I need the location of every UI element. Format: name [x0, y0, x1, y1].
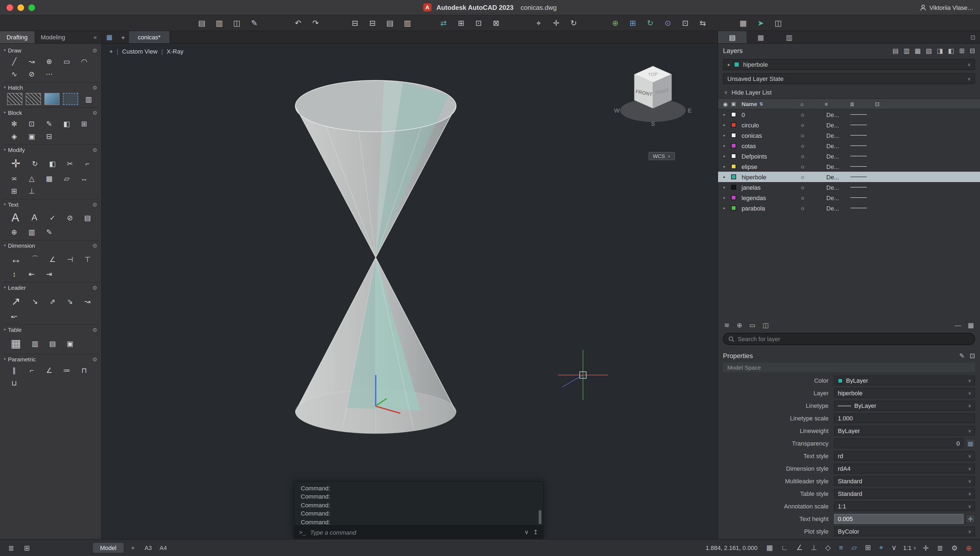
command-scrollbar[interactable] [539, 510, 542, 524]
toolbar-icon[interactable]: ▥ [213, 18, 225, 28]
properties-header-icon[interactable]: ⊡ [970, 352, 975, 359]
property-value-control[interactable]: ByLayer ∨ [834, 401, 975, 411]
statusbar-toggle-icon[interactable]: ⌖ [878, 543, 885, 552]
viewcube-west[interactable]: W [614, 107, 620, 114]
gear-icon[interactable]: ⚙ [92, 147, 97, 153]
toolbar-icon[interactable]: ▤ [384, 18, 396, 28]
drawing-tab[interactable]: conicas* [129, 31, 170, 43]
statusbar-right-icon[interactable]: ⚙ [950, 544, 959, 552]
gear-icon[interactable]: ⚙ [92, 202, 97, 207]
layer-on-icon[interactable]: ● [723, 144, 731, 148]
tool-icon[interactable]: ⊣ [63, 254, 77, 265]
layer-color-swatch[interactable] [731, 143, 736, 148]
property-value-control[interactable]: ByLayer ∨ [834, 376, 975, 385]
current-layer-dropdown[interactable]: ● hiperbole ∨ [723, 59, 975, 70]
statusbar-toggle-icon[interactable]: ⊥ [809, 543, 819, 552]
statusbar-icon[interactable]: ≣ [6, 544, 16, 552]
viewcube-south[interactable]: S [651, 120, 655, 127]
name-column-header[interactable]: Name ⇅ [742, 100, 799, 107]
command-line-panel[interactable]: Command:Command:Command:Command:Command:… [294, 481, 543, 539]
tool-icon[interactable] [63, 93, 78, 105]
property-extra-button[interactable]: ✛ [966, 514, 975, 523]
freeze-sun-icon[interactable]: ☼ [800, 143, 813, 149]
linetype-column-icon[interactable]: ≣ [850, 101, 875, 107]
tool-icon[interactable]: ↘ [28, 296, 42, 307]
gear-icon[interactable]: ⚙ [92, 84, 97, 91]
lineweight-column-icon[interactable]: ≡ [825, 101, 850, 107]
toolbar-icon[interactable]: ◫ [772, 18, 784, 28]
property-value-control[interactable]: 0.005 ∨ [834, 514, 964, 524]
tool-icon[interactable]: ≔ [60, 365, 74, 376]
layer-color-swatch[interactable] [731, 154, 736, 158]
layer-color-swatch[interactable] [731, 133, 736, 138]
layer-on-icon[interactable]: ● [723, 185, 731, 189]
tool-icon[interactable]: ✎ [42, 226, 56, 238]
tool-icon[interactable]: ◠ [77, 56, 91, 67]
statusbar-toggle-icon[interactable]: ∟ [779, 543, 790, 552]
layer-tool-icon[interactable]: ◧ [948, 47, 954, 54]
layer-tool-icon[interactable]: ▥ [904, 47, 910, 54]
command-history-toggle-icon[interactable]: ∨ [524, 529, 529, 536]
toolbar-icon[interactable]: ⊡ [472, 18, 485, 28]
tool-icon[interactable]: ◈ [7, 131, 21, 142]
panel-pin-icon[interactable]: ⊡ [966, 31, 980, 43]
model-tab[interactable]: Model [93, 543, 124, 553]
layer-tool-icon[interactable]: ⊞ [959, 47, 965, 54]
new-drawing-tab-button[interactable]: + [117, 31, 129, 43]
tool-icon[interactable]: ✓ [45, 212, 60, 223]
layer-row[interactable]: ● cotas ☼ De... [718, 141, 980, 151]
toolbar-icon[interactable]: ✛ [550, 18, 562, 28]
visibility-column-icon[interactable]: ◉ [723, 101, 731, 107]
layer-tool-icon[interactable]: ⊟ [970, 47, 975, 54]
tool-icon[interactable] [44, 93, 60, 105]
statusbar-toggle-icon[interactable]: ▦ [765, 543, 775, 552]
gear-icon[interactable]: ⚙ [92, 356, 97, 362]
palette-collapse-button[interactable]: « [89, 31, 101, 43]
toolbar-icon[interactable]: ▤ [196, 18, 208, 28]
tool-icon[interactable]: ▤ [80, 212, 95, 223]
layer-row[interactable]: ● elipse ☼ De... [718, 161, 980, 172]
model-viewport[interactable]: + | Custom View | X-Ray W S E TOP FRON [102, 44, 718, 539]
tool-icon[interactable]: ↕ [7, 268, 21, 280]
select-column-icon[interactable]: ▣ [731, 101, 742, 107]
layer-row[interactable]: ● parabola ☼ De... [718, 203, 980, 213]
toolbar-icon[interactable]: ↷ [309, 18, 322, 28]
statusbar-right-icon[interactable]: ≣ [935, 544, 945, 552]
layer-color-swatch[interactable] [731, 185, 736, 190]
statusbar-toggle-icon[interactable]: ▱ [849, 543, 858, 552]
tool-icon[interactable]: ⊘ [63, 212, 77, 223]
layer-color-swatch[interactable] [731, 112, 736, 117]
view-name-control[interactable]: Custom View [122, 48, 157, 55]
tool-icon[interactable]: ⊔ [7, 377, 21, 389]
properties-header-icon[interactable]: ✎ [959, 352, 965, 359]
toolbar-icon[interactable]: ⊟ [366, 18, 378, 28]
statusbar-toggle-icon[interactable]: ∠ [795, 543, 804, 552]
property-value-control[interactable]: ByColor ∨ [834, 527, 975, 536]
toolbar-icon[interactable]: ▥ [401, 18, 414, 28]
visual-style-control[interactable]: X-Ray [167, 48, 183, 55]
tool-icon[interactable]: ⌒ [28, 254, 42, 265]
disclosure-icon[interactable]: ▾ [4, 48, 6, 52]
tool-icon[interactable]: ↝ [24, 56, 39, 67]
freeze-sun-icon[interactable]: ☼ [800, 163, 813, 170]
property-extra-button[interactable]: ▧ [966, 439, 975, 448]
tool-icon[interactable]: ↝ [80, 296, 95, 307]
layer-search-input[interactable] [738, 336, 970, 342]
layer-tool-icon[interactable]: ▦ [915, 47, 921, 54]
tool-icon[interactable]: ╱ [7, 56, 21, 67]
layer-on-icon[interactable]: ● [723, 165, 731, 168]
tool-icon[interactable]: ∠ [42, 365, 56, 376]
tool-icon[interactable]: ⊡ [24, 118, 39, 129]
command-share-icon[interactable]: ↥ [533, 529, 538, 536]
freeze-column-icon[interactable]: ☼ [799, 101, 825, 107]
layout-tab[interactable]: A3 [144, 545, 152, 551]
layer-footer-icon[interactable]: ≋ [724, 322, 729, 329]
layer-row[interactable]: ● circulo ☼ De... [718, 120, 980, 130]
toolbar-icon[interactable]: ⊟ [349, 18, 361, 28]
statusbar-toggle-icon[interactable]: ◇ [823, 543, 832, 552]
disclosure-icon[interactable]: ▾ [4, 357, 6, 361]
layer-row[interactable]: ● janelas ☼ De... [718, 182, 980, 192]
tool-icon[interactable]: ⊤ [80, 254, 95, 265]
layer-on-icon[interactable]: ● [723, 154, 731, 158]
layer-row[interactable]: ● conicas ☼ De... [718, 130, 980, 141]
